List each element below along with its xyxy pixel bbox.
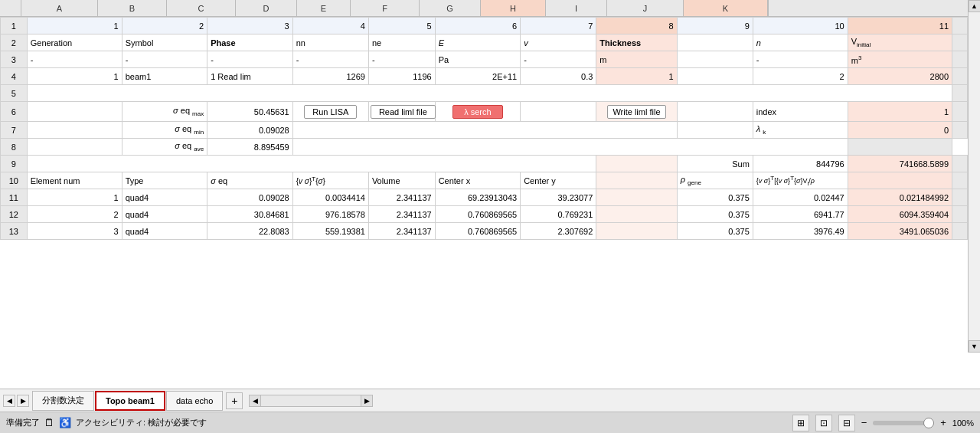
- cell-4k[interactable]: 2800: [848, 68, 952, 85]
- scrollbar-up-arrow[interactable]: ▲: [969, 0, 981, 12]
- cell-12j[interactable]: 6941.77: [753, 206, 848, 223]
- view-normal-button[interactable]: ⊞: [792, 415, 809, 431]
- cell-11j[interactable]: 0.02447: [753, 189, 848, 206]
- cell-3j[interactable]: -: [753, 51, 848, 68]
- cell-13a[interactable]: 3: [27, 223, 122, 240]
- cell-12c[interactable]: 30.84681: [207, 206, 293, 223]
- cell-9j[interactable]: 844796: [753, 156, 848, 172]
- view-page-break-button[interactable]: ⊟: [838, 415, 855, 431]
- cell-3e[interactable]: -: [368, 51, 435, 68]
- cell-4d[interactable]: 1269: [292, 68, 368, 85]
- cell-12i[interactable]: 0.375: [677, 206, 753, 223]
- cell-13j[interactable]: 3976.49: [753, 223, 848, 240]
- cell-13h[interactable]: [596, 223, 677, 240]
- cell-9k[interactable]: 741668.5899: [848, 156, 952, 172]
- cell-1g[interactable]: 7: [521, 18, 596, 34]
- write-liml-button[interactable]: Write liml file: [607, 105, 665, 119]
- cell-3k[interactable]: m3: [848, 51, 952, 68]
- cell-1j[interactable]: 10: [753, 18, 848, 34]
- scrollbar-down-arrow[interactable]: ▼: [969, 340, 981, 353]
- cell-13i[interactable]: 0.375: [677, 223, 753, 240]
- cell-3f[interactable]: Pa: [435, 51, 521, 68]
- cell-2i[interactable]: [677, 34, 753, 51]
- cell-3a[interactable]: -: [27, 51, 122, 68]
- h-scroll-left[interactable]: ◀: [249, 395, 261, 407]
- cell-2d[interactable]: nn: [292, 34, 368, 51]
- cell-13f[interactable]: 0.760869565: [435, 223, 521, 240]
- run-lisa-button[interactable]: Run LISA: [304, 105, 357, 119]
- scrollbar-vertical[interactable]: ▲ ▼: [968, 0, 980, 353]
- cell-11d[interactable]: 0.0034414: [292, 189, 368, 206]
- cell-13g[interactable]: 2.307692: [521, 223, 596, 240]
- cell-7j[interactable]: λ k: [753, 122, 848, 139]
- cell-1h[interactable]: 8: [596, 18, 677, 34]
- cell-3d[interactable]: -: [292, 51, 368, 68]
- cell-1k[interactable]: 11: [848, 18, 952, 34]
- cell-11e[interactable]: 2.341137: [368, 189, 435, 206]
- cell-7k[interactable]: 0: [848, 122, 952, 139]
- cell-4i[interactable]: [677, 68, 753, 85]
- cell-7b[interactable]: σ eq min: [122, 122, 207, 139]
- cell-13c[interactable]: 22.8083: [207, 223, 293, 240]
- read-liml-button[interactable]: Read liml file: [371, 105, 436, 119]
- cell-9h[interactable]: [596, 156, 677, 172]
- cell-12h[interactable]: [596, 206, 677, 223]
- cell-4f[interactable]: 2E+11: [435, 68, 521, 85]
- cell-1e[interactable]: 5: [368, 18, 435, 34]
- cell-9i[interactable]: Sum: [677, 156, 753, 172]
- cell-2g[interactable]: v: [521, 34, 596, 51]
- scrollbar-v-top[interactable]: [768, 0, 780, 16]
- cell-11b[interactable]: quad4: [122, 189, 207, 206]
- col-header-b[interactable]: B: [98, 0, 167, 16]
- cell-6a[interactable]: [27, 102, 122, 122]
- cell-7a[interactable]: [27, 122, 122, 139]
- cell-2h[interactable]: Thickness: [596, 34, 677, 51]
- cell-6c[interactable]: 50.45631: [207, 102, 293, 122]
- tab-add-button[interactable]: +: [226, 392, 243, 409]
- tab-bunkatsu[interactable]: 分割数決定: [32, 391, 94, 411]
- cell-12f[interactable]: 0.760869565: [435, 206, 521, 223]
- cell-11i[interactable]: 0.375: [677, 189, 753, 206]
- col-header-k[interactable]: K: [684, 0, 768, 16]
- cell-4j[interactable]: 2: [753, 68, 848, 85]
- cell-13d[interactable]: 559.19381: [292, 223, 368, 240]
- cell-12g[interactable]: 0.769231: [521, 206, 596, 223]
- cell-3c[interactable]: -: [207, 51, 293, 68]
- cell-1c[interactable]: 3: [207, 18, 293, 34]
- cell-1d[interactable]: 4: [292, 18, 368, 34]
- tab-topo-beam1[interactable]: Topo beam1: [95, 391, 165, 411]
- cell-3i[interactable]: [677, 51, 753, 68]
- cell-8a[interactable]: [27, 139, 122, 156]
- cell-13e[interactable]: 2.341137: [368, 223, 435, 240]
- cell-2j[interactable]: n: [753, 34, 848, 51]
- cell-6f[interactable]: λ serch: [435, 102, 521, 122]
- tab-data-echo[interactable]: data echo: [166, 391, 223, 411]
- col-header-j[interactable]: J: [607, 0, 684, 16]
- cell-11k[interactable]: 0.021484992: [848, 189, 952, 206]
- cell-11h[interactable]: [596, 189, 677, 206]
- cell-10h[interactable]: [596, 172, 677, 189]
- cell-11f[interactable]: 69.23913043: [435, 189, 521, 206]
- col-header-d[interactable]: D: [236, 0, 297, 16]
- cell-8b[interactable]: σ eq ave: [122, 139, 207, 156]
- cell-13b[interactable]: quad4: [122, 223, 207, 240]
- cell-10f[interactable]: Center x: [435, 172, 521, 189]
- col-header-f[interactable]: F: [351, 0, 420, 16]
- cell-7c[interactable]: 0.09028: [207, 122, 293, 139]
- cell-4a[interactable]: 1: [27, 68, 122, 85]
- cell-11a[interactable]: 1: [27, 189, 122, 206]
- cell-8c[interactable]: 8.895459: [207, 139, 293, 156]
- cell-2f[interactable]: E: [435, 34, 521, 51]
- col-header-c[interactable]: C: [167, 0, 236, 16]
- cell-10d[interactable]: {v σ}T{σ}: [292, 172, 368, 189]
- cell-6e[interactable]: Read liml file: [368, 102, 435, 122]
- cell-6b[interactable]: σ eq max: [122, 102, 207, 122]
- cell-12d[interactable]: 976.18578: [292, 206, 368, 223]
- cell-10i[interactable]: ρ gene: [677, 172, 753, 189]
- cell-10b[interactable]: Type: [122, 172, 207, 189]
- cell-12k[interactable]: 6094.359404: [848, 206, 952, 223]
- cell-1a[interactable]: 1: [27, 18, 122, 34]
- view-page-layout-button[interactable]: ⊡: [815, 415, 832, 431]
- cell-1i[interactable]: 9: [677, 18, 753, 34]
- cell-10j[interactable]: {v σ}T[{v σ}T{σ}Vi/ρ: [753, 172, 848, 189]
